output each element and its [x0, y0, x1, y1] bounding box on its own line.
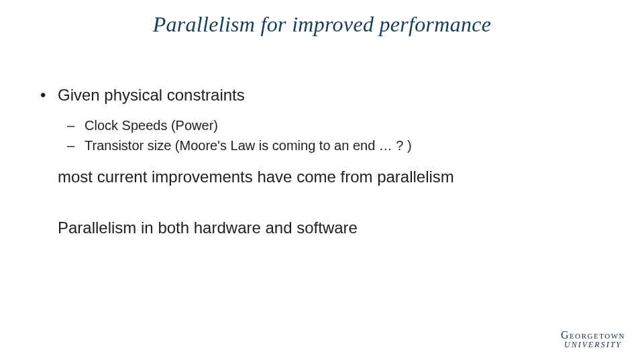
bullet-level-1: •Given physical constraints	[40, 86, 604, 105]
continuation-text-2: Parallelism in both hardware and softwar…	[58, 219, 604, 237]
slide-body: •Given physical constraints –Clock Speed…	[40, 86, 604, 237]
georgetown-logo: Georgetown UNIVERSITY	[561, 330, 625, 349]
logo-line-2: UNIVERSITY	[561, 341, 625, 349]
sub-1-text: Clock Speeds (Power)	[85, 118, 218, 133]
bullet-level-2: –Transistor size (Moore's Law is coming …	[67, 135, 604, 156]
continuation-text-1: most current improvements have come from…	[58, 166, 604, 188]
bullet-level-2: –Clock Speeds (Power)	[67, 115, 604, 135]
slide: Parallelism for improved performance •Gi…	[0, 0, 644, 362]
bullet-dot-icon: •	[40, 86, 58, 105]
dash-icon: –	[67, 135, 85, 156]
sub-2-text: Transistor size (Moore's Law is coming t…	[85, 138, 412, 153]
dash-icon: –	[67, 115, 85, 135]
slide-title: Parallelism for improved performance	[0, 12, 644, 37]
logo-line-1: Georgetown	[561, 330, 625, 341]
bullet-1-text: Given physical constraints	[58, 86, 245, 104]
